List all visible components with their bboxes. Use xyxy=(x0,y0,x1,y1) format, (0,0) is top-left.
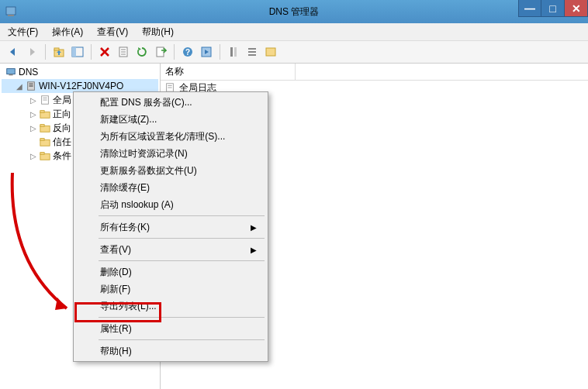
properties-icon[interactable] xyxy=(115,43,132,60)
tree-condition-label: 条件 xyxy=(53,150,71,163)
tree-root-dns[interactable]: DNS xyxy=(2,65,158,79)
forward-button[interactable] xyxy=(23,43,40,60)
toolbar-separator xyxy=(220,44,220,60)
ctx-label: 清除缓存(E) xyxy=(100,181,150,194)
expander-spacer xyxy=(29,138,37,146)
menu-file[interactable]: 文件(F) xyxy=(5,24,41,40)
dns-app-icon xyxy=(5,5,17,18)
expander-icon[interactable]: ▷ xyxy=(29,110,37,118)
titlebar-buttons: — □ ✕ xyxy=(518,0,588,17)
svg-rect-24 xyxy=(29,85,33,87)
log-icon xyxy=(39,94,51,106)
filter-icon[interactable] xyxy=(262,43,279,60)
ctx-help[interactable]: 帮助(H) xyxy=(75,343,266,360)
ctx-label: 新建区域(Z)... xyxy=(100,113,157,126)
ctx-label: 清除过时资源记录(N) xyxy=(100,147,188,160)
expander-icon[interactable]: ▷ xyxy=(29,124,37,132)
back-button[interactable] xyxy=(5,43,22,60)
menu-separator xyxy=(99,238,265,239)
toolbar-separator xyxy=(45,44,46,60)
ctx-properties[interactable]: 属性(R) xyxy=(75,320,266,337)
svg-rect-15 xyxy=(234,47,237,57)
delete-icon[interactable] xyxy=(96,43,113,60)
ctx-view[interactable]: 查看(V)▶ xyxy=(75,241,266,258)
action-icon[interactable] xyxy=(198,43,215,60)
ctx-refresh[interactable]: 刷新(F) xyxy=(75,281,266,298)
svg-rect-35 xyxy=(40,153,44,155)
expander-icon[interactable]: ◢ xyxy=(16,82,23,90)
svg-rect-10 xyxy=(157,47,164,57)
minimize-button[interactable]: — xyxy=(518,0,541,17)
menu-separator xyxy=(99,260,265,261)
ctx-export[interactable]: 导出列表(L)... xyxy=(75,298,266,315)
menu-help[interactable]: 帮助(H) xyxy=(139,24,177,40)
maximize-button[interactable]: □ xyxy=(541,0,565,17)
column-icon[interactable] xyxy=(225,43,242,60)
window-title: DNS 管理器 xyxy=(269,5,320,19)
ctx-nslookup[interactable]: 启动 nslookup (A) xyxy=(75,196,266,213)
ctx-aging[interactable]: 为所有区域设置老化/清理(S)... xyxy=(75,128,266,145)
close-button[interactable]: ✕ xyxy=(565,0,588,17)
ctx-label: 配置 DNS 服务器(C)... xyxy=(100,96,192,109)
submenu-arrow-icon: ▶ xyxy=(251,223,257,232)
menu-action[interactable]: 操作(A) xyxy=(49,24,86,40)
svg-rect-21 xyxy=(9,74,12,76)
context-menu: 配置 DNS 服务器(C)... 新建区域(Z)... 为所有区域设置老化/清理… xyxy=(73,91,268,362)
svg-rect-1 xyxy=(8,15,14,16)
tree-server-label: WIN-V12FJ0NV4PO xyxy=(39,81,123,91)
ctx-label: 删除(D) xyxy=(100,266,132,279)
svg-rect-29 xyxy=(40,111,44,113)
ctx-label: 更新服务器数据文件(U) xyxy=(100,164,197,177)
menu-separator xyxy=(99,317,265,318)
tree-forward-label: 正向 xyxy=(53,108,71,121)
svg-rect-19 xyxy=(266,48,275,56)
ctx-label: 刷新(F) xyxy=(100,283,130,296)
show-hide-tree-icon[interactable] xyxy=(69,43,86,60)
ctx-clear-cache[interactable]: 清除缓存(E) xyxy=(75,179,266,196)
ctx-label: 启动 nslookup (A) xyxy=(100,198,174,212)
folder-icon xyxy=(39,122,51,134)
ctx-all-tasks[interactable]: 所有任务(K)▶ xyxy=(75,219,266,236)
ctx-update[interactable]: 更新服务器数据文件(U) xyxy=(75,162,266,179)
tree-reverse-label: 反向 xyxy=(53,122,71,135)
svg-rect-0 xyxy=(6,7,16,15)
folder-icon xyxy=(39,108,51,120)
ctx-label: 帮助(H) xyxy=(100,345,132,358)
svg-rect-23 xyxy=(29,84,33,85)
ctx-scavenge[interactable]: 清除过时资源记录(N) xyxy=(75,145,266,162)
folder-icon xyxy=(39,150,51,162)
svg-rect-5 xyxy=(72,47,76,57)
export-icon[interactable] xyxy=(152,43,169,60)
submenu-arrow-icon: ▶ xyxy=(251,246,257,254)
list-icon[interactable] xyxy=(244,43,261,60)
ctx-label: 所有任务(K) xyxy=(100,221,150,234)
svg-text:?: ? xyxy=(185,48,190,57)
column-header-name[interactable]: 名称 xyxy=(161,64,296,80)
svg-rect-20 xyxy=(7,69,16,74)
server-icon xyxy=(25,80,37,92)
toolbar-separator xyxy=(91,44,92,60)
ctx-label: 为所有区域设置老化/清理(S)... xyxy=(100,130,225,143)
ctx-new-zone[interactable]: 新建区域(Z)... xyxy=(75,111,266,128)
svg-rect-3 xyxy=(54,48,59,50)
list-header: 名称 xyxy=(161,64,588,81)
ctx-label: 导出列表(L)... xyxy=(100,300,157,313)
tree-root-label: DNS xyxy=(19,67,38,77)
ctx-delete[interactable]: 删除(D) xyxy=(75,263,266,281)
ctx-label: 查看(V) xyxy=(100,243,131,256)
toolbar-separator xyxy=(174,44,175,60)
folder-icon xyxy=(39,136,51,148)
svg-rect-17 xyxy=(248,51,256,53)
up-icon[interactable] xyxy=(50,43,67,60)
help-icon[interactable]: ? xyxy=(179,43,196,60)
ctx-configure-dns[interactable]: 配置 DNS 服务器(C)... xyxy=(75,94,266,111)
svg-rect-33 xyxy=(40,139,44,141)
expander-icon[interactable]: ▷ xyxy=(29,152,37,160)
ctx-label: 属性(R) xyxy=(100,322,132,336)
menu-view[interactable]: 查看(V) xyxy=(94,24,131,40)
svg-rect-14 xyxy=(230,47,233,57)
refresh-icon[interactable] xyxy=(133,43,150,60)
svg-rect-18 xyxy=(248,54,256,56)
expander-icon[interactable]: ▷ xyxy=(29,96,37,104)
tree-trust-label: 信任 xyxy=(53,136,71,149)
